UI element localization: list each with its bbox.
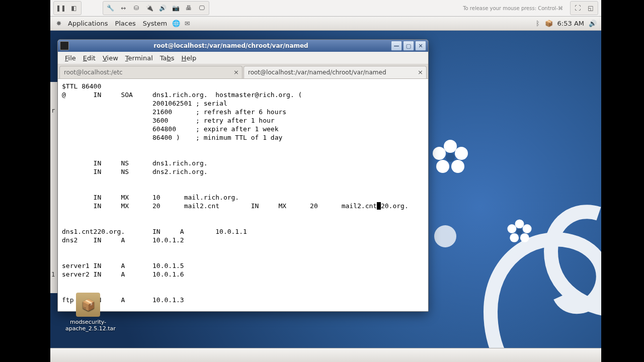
svg-point-8 <box>523 224 532 233</box>
browser-launcher-icon[interactable]: 🌐 <box>172 19 181 28</box>
tab-label: root@localhost:/var/named/chroot/var/nam… <box>248 69 386 76</box>
system-menu[interactable]: System <box>139 18 171 29</box>
terminal-tabbar: root@localhost:/etc × root@localhost:/va… <box>58 64 428 79</box>
tab-close-icon[interactable]: × <box>418 68 423 76</box>
places-menu[interactable]: Places <box>111 18 139 29</box>
gnome-top-panel: ✸ Applications Places System 🌐 ✉ ᛒ 📦 6:5… <box>50 17 601 31</box>
vm-control-group: ❚❚ ◧ <box>53 1 82 15</box>
menu-tabs[interactable]: Tabs <box>157 53 178 63</box>
wallpaper-flower-icon <box>430 137 470 177</box>
terminal-titlebar-icon <box>60 41 69 50</box>
vm-devices-group: 🔧 ↔ ⛁ 🔌 🔊 📷 🖶 🖵 <box>103 1 209 15</box>
tab-label: root@localhost:/etc <box>64 69 123 76</box>
update-tray-icon[interactable]: 📦 <box>544 19 553 28</box>
menu-terminal[interactable]: Terminal <box>122 53 156 63</box>
vm-view-group: ⛶ ◱ <box>570 1 598 15</box>
pause-vm-button[interactable]: ❚❚ <box>55 3 67 14</box>
svg-point-11 <box>507 224 516 233</box>
desktop-icon-label: modsecurity-apache_2.5.12.tar <box>65 319 111 332</box>
terminal-tab-1[interactable]: root@localhost:/var/named/chroot/var/nam… <box>244 66 427 78</box>
bluetooth-tray-icon[interactable]: ᛒ <box>533 19 542 28</box>
terminal-menubar: File Edit View Terminal Tabs Help <box>58 52 428 64</box>
snapshot-vm-button[interactable]: ◧ <box>68 3 80 14</box>
edge-glimpse-text2: 1 <box>51 271 55 278</box>
camera-icon[interactable]: 📷 <box>170 3 182 14</box>
usb-icon[interactable]: 🔌 <box>143 3 155 14</box>
svg-point-9 <box>520 233 529 242</box>
distro-logo-icon[interactable]: ✸ <box>54 19 63 28</box>
terminal-window: root@localhost:/var/named/chroot/var/nam… <box>57 39 429 312</box>
gnome-bottom-panel[interactable] <box>50 348 601 362</box>
window-title: root@localhost:/var/named/chroot/var/nam… <box>72 42 390 49</box>
minimize-button[interactable]: — <box>391 41 402 51</box>
scale-icon[interactable]: ◱ <box>585 3 597 14</box>
volume-tray-icon[interactable]: 🔊 <box>588 19 597 28</box>
svg-point-3 <box>451 160 464 173</box>
network-icon[interactable]: ↔ <box>117 3 129 14</box>
desktop-file-icon[interactable]: 📦 modsecurity-apache_2.5.12.tar <box>65 293 111 332</box>
menu-help[interactable]: Help <box>179 53 200 63</box>
fullscreen-icon[interactable]: ⛶ <box>572 3 584 14</box>
vm-release-hint: To release your mouse press: Control-⌘ <box>463 6 563 11</box>
svg-point-10 <box>510 233 519 242</box>
applications-menu[interactable]: Applications <box>64 18 111 29</box>
vm-host-toolbar: ❚❚ ◧ 🔧 ↔ ⛁ 🔌 🔊 📷 🖶 🖵 To release your mou… <box>50 0 601 17</box>
menu-file[interactable]: File <box>62 53 79 63</box>
mail-launcher-icon[interactable]: ✉ <box>183 19 192 28</box>
wallpaper-flower2-icon <box>506 218 533 245</box>
tab-close-icon[interactable]: × <box>233 68 239 76</box>
edge-glimpse-text: r <box>51 107 55 114</box>
display-icon[interactable]: 🖵 <box>196 3 208 14</box>
terminal-body[interactable]: $TTL 86400 @ IN SOA dns1.rich.org. hostm… <box>58 79 428 311</box>
svg-point-5 <box>433 147 446 160</box>
svg-point-2 <box>455 147 468 160</box>
window-titlebar[interactable]: root@localhost:/var/named/chroot/var/nam… <box>58 40 428 52</box>
svg-point-7 <box>515 219 524 228</box>
settings-icon[interactable]: 🔧 <box>104 3 116 14</box>
terminal-tab-0[interactable]: root@localhost:/etc × <box>59 66 243 78</box>
menu-edit[interactable]: Edit <box>80 53 99 63</box>
close-button[interactable]: ✕ <box>415 41 426 51</box>
panel-clock[interactable]: 6:53 AM <box>554 20 587 27</box>
svg-point-4 <box>436 160 449 173</box>
guest-desktop[interactable]: ✸ Applications Places System 🌐 ✉ ᛒ 📦 6:5… <box>50 17 601 362</box>
svg-point-0 <box>434 225 456 247</box>
menu-view[interactable]: View <box>100 53 121 63</box>
svg-point-6 <box>446 153 455 162</box>
disk-icon[interactable]: ⛁ <box>130 3 142 14</box>
sound-icon[interactable]: 🔊 <box>156 3 169 14</box>
package-icon: 📦 <box>76 293 100 317</box>
svg-point-12 <box>516 228 522 234</box>
svg-point-1 <box>444 140 457 153</box>
maximize-button[interactable]: ▢ <box>403 41 414 51</box>
printer-icon[interactable]: 🖶 <box>183 3 195 14</box>
